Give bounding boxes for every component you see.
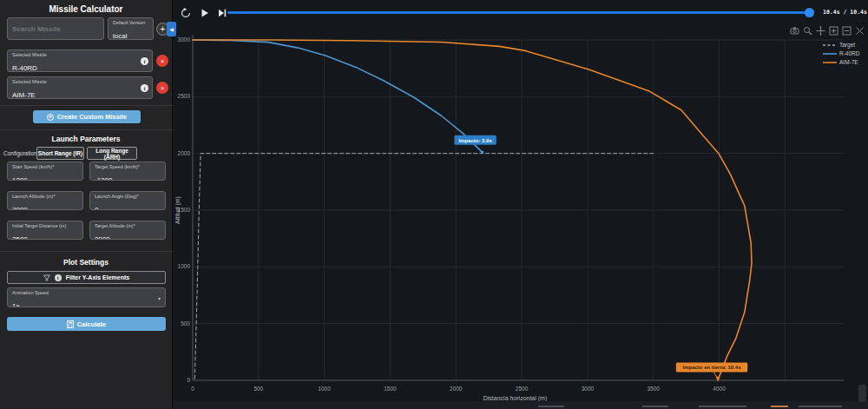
chevron-left-icon: ◀	[169, 26, 174, 32]
field-value: 2000	[95, 235, 110, 240]
svg-text:0: 0	[187, 377, 190, 383]
sidebar-collapse-toggle[interactable]: ◀	[167, 22, 176, 36]
configuration-label: Configuration:	[3, 150, 38, 156]
svg-text:Impacto: 3.9s: Impacto: 3.9s	[458, 138, 492, 143]
config-long-range-button[interactable]: Long Range (ARH)	[87, 147, 137, 160]
start-speed-field[interactable]: Start Speed (km/h)* 1200	[7, 162, 83, 181]
svg-text:1000: 1000	[318, 386, 331, 392]
svg-text:0: 0	[191, 386, 194, 392]
remove-missile-button[interactable]: ×	[156, 82, 168, 94]
svg-text:1000: 1000	[178, 263, 191, 269]
svg-text:4000: 4000	[713, 386, 726, 392]
launch-parameters-title: Launch Parameters	[0, 135, 172, 143]
selected-missile-label: Selected Missile	[12, 79, 148, 85]
info-icon[interactable]: i	[141, 57, 148, 65]
svg-text:500: 500	[181, 320, 190, 327]
search-missile-input[interactable]	[7, 17, 104, 40]
svg-text:2500: 2500	[516, 386, 529, 392]
selected-missile-card[interactable]: Selected Missile AIM-7E i	[7, 76, 153, 99]
remove-missile-button[interactable]: ×	[156, 55, 168, 67]
svg-text:Altitud (m): Altitud (m)	[174, 196, 181, 224]
config-short-range-button[interactable]: Short Range (IR)	[36, 147, 84, 160]
selected-missile-value: AIM-7E	[12, 91, 36, 99]
create-custom-missile-button[interactable]: + Create Custom Missile	[33, 110, 141, 123]
field-label: Launch Altitude (m)*	[12, 194, 78, 200]
selected-missile-card[interactable]: Selected Missile R-40RD i	[7, 49, 153, 72]
calculate-button[interactable]: Calculate	[7, 317, 166, 331]
animation-speed-select[interactable]: Animation Speed 1x ▾	[7, 287, 166, 307]
field-value: 3500	[12, 235, 28, 240]
info-icon[interactable]: i	[141, 84, 148, 92]
scrollbar-nub[interactable]	[858, 385, 866, 402]
calculator-icon	[67, 320, 74, 328]
selected-missile-label: Selected Missile	[12, 52, 148, 58]
launch-altitude-field[interactable]: Launch Altitude (m)* 3000	[7, 191, 83, 210]
divider	[0, 105, 173, 106]
footer-cut-text	[538, 405, 859, 409]
initial-target-distance-field[interactable]: Initial Target Distance (m) 3500	[7, 221, 83, 240]
svg-text:3000: 3000	[178, 36, 191, 43]
divider	[0, 129, 173, 130]
target-altitude-field[interactable]: Target Altitude (m)* 2000	[89, 221, 166, 240]
field-value: 1200	[12, 176, 28, 181]
animation-speed-value: 1x	[12, 302, 19, 307]
svg-text:AIM-7E: AIM-7E	[839, 59, 858, 65]
default-version-label: Default Version	[113, 20, 148, 26]
field-label: Start Speed (km/h)*	[12, 164, 78, 170]
divider	[0, 251, 173, 252]
info-icon: i	[55, 274, 62, 281]
svg-text:Target: Target	[839, 42, 855, 49]
app-title: Missile Calculator	[0, 4, 172, 14]
svg-text:2500: 2500	[178, 93, 191, 99]
calculate-label: Calculate	[77, 320, 106, 328]
field-value: 3000	[12, 206, 28, 210]
plot-settings-title: Plot Settings	[0, 258, 172, 267]
field-label: Initial Target Distance (m)	[12, 223, 78, 229]
main-area: 10.4s / 10.4s 05001000150020002500300035…	[174, 0, 868, 409]
field-label: Target Speed (km/h)*	[95, 164, 161, 170]
default-version-field[interactable]: Default Version local	[108, 17, 154, 40]
filter-y-axis-label: Filter Y-Axis Elements	[66, 274, 129, 280]
default-version-value: local	[113, 32, 127, 40]
trajectory-plot[interactable]: 0500100015002000250030003500400005001000…	[174, 0, 868, 409]
launch-angle-field[interactable]: Launch Angle (Deg)* 0	[89, 191, 166, 210]
series-r-40rd	[193, 40, 483, 152]
svg-text:500: 500	[253, 386, 263, 392]
filter-icon	[43, 274, 50, 281]
create-custom-missile-label: Create Custom Missile	[57, 113, 127, 121]
target-speed-field[interactable]: Target Speed (km/h)* -1200	[89, 162, 166, 181]
field-value: 0	[95, 206, 98, 210]
filter-y-axis-button[interactable]: i Filter Y-Axis Elements	[7, 271, 166, 284]
sidebar: Missile Calculator Default Version local…	[0, 0, 173, 409]
animation-speed-label: Animation Speed	[12, 290, 161, 296]
svg-text:2000: 2000	[178, 150, 191, 156]
svg-text:2000: 2000	[450, 386, 463, 392]
selected-missile-value: R-40RD	[12, 64, 37, 72]
field-label: Launch Angle (Deg)*	[95, 194, 161, 200]
svg-text:1500: 1500	[384, 386, 397, 392]
field-value: -1200	[95, 176, 112, 181]
plus-circle-icon: +	[47, 114, 54, 121]
field-label: Target Altitude (m)*	[95, 223, 161, 229]
svg-text:R-40RD: R-40RD	[839, 50, 860, 56]
svg-text:Impacto en tierra: 10.4s: Impacto en tierra: 10.4s	[682, 365, 741, 370]
svg-text:3500: 3500	[647, 386, 660, 392]
chevron-down-icon: ▾	[158, 295, 161, 301]
svg-text:3000: 3000	[582, 386, 595, 392]
